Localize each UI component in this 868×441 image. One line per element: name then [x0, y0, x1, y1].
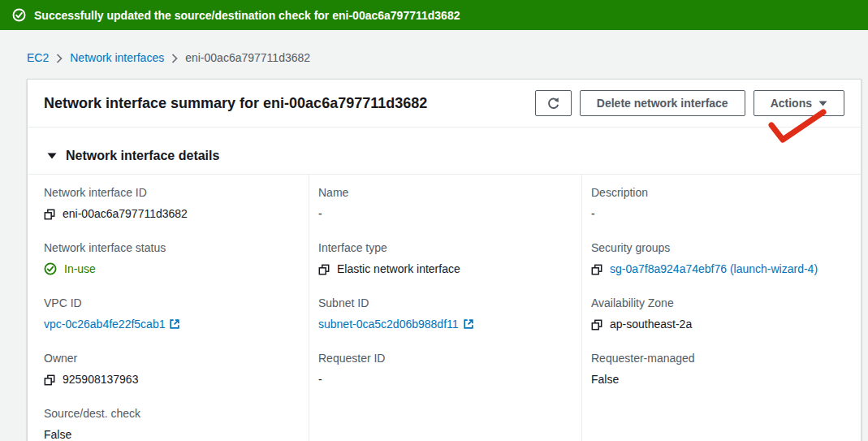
external-link-icon: [169, 318, 180, 330]
field-label: Source/dest. check: [44, 405, 292, 422]
field-subnet-id: Subnet ID subnet-0ca5c2d06b988df11: [318, 295, 565, 332]
success-check-icon: [12, 8, 26, 22]
chevron-right-icon: [171, 54, 178, 63]
field-requester-id: Requester ID -: [318, 350, 565, 387]
field-value: False: [44, 426, 71, 441]
field-source-dest-check: Source/dest. check False: [44, 405, 292, 441]
breadcrumb-current-eni: eni-00ac6a797711d3682: [185, 51, 310, 64]
field-label: Availability Zone: [591, 295, 844, 311]
field-value: -: [318, 371, 322, 387]
field-owner: Owner 925908137963: [44, 350, 292, 387]
refresh-icon: [546, 97, 560, 110]
field-label: Subnet ID: [318, 295, 565, 311]
actions-button-label: Actions: [771, 97, 812, 110]
card-header: Network interface summary for eni-00ac6a…: [28, 80, 861, 128]
field-requester-managed: Requester-managed False: [591, 350, 844, 387]
external-link-icon: [463, 318, 474, 330]
page-content: EC2 Network interfaces eni-00ac6a797711d…: [0, 30, 868, 441]
field-label: Network interface status: [44, 240, 292, 256]
field-label: VPC ID: [44, 295, 292, 311]
copy-icon[interactable]: [44, 209, 55, 220]
success-banner: Successfully updated the source/destinat…: [0, 0, 868, 30]
field-interface-type: Interface type Elastic network interface: [318, 240, 565, 277]
field-label: Description: [591, 184, 844, 201]
collapse-caret-icon: [47, 153, 57, 159]
field-label: Network interface ID: [44, 184, 292, 201]
field-name: Name -: [318, 184, 565, 222]
copy-icon[interactable]: [318, 264, 330, 275]
field-value: 925908137963: [63, 371, 138, 387]
field-value: -: [318, 205, 322, 222]
details-columns: Network interface ID eni-00ac6a797711d36…: [28, 175, 861, 441]
banner-message: Successfully updated the source/destinat…: [34, 9, 460, 22]
chevron-right-icon: [56, 54, 63, 63]
field-value: eni-00ac6a797711d3682: [63, 205, 188, 222]
network-interface-details-toggle[interactable]: Network interface details: [28, 128, 861, 174]
in-use-check-icon: [44, 262, 57, 275]
caret-down-icon: [818, 101, 827, 106]
details-column-2: Name - Interface type El: [309, 175, 581, 441]
network-interface-summary-card: Network interface summary for eni-00ac6a…: [27, 79, 862, 441]
actions-dropdown-button[interactable]: Actions: [754, 90, 844, 116]
details-column-3: Description - Security groups: [581, 175, 861, 441]
delete-button-label: Delete network interface: [597, 97, 728, 110]
field-availability-zone: Availability Zone ap-southeast-2a: [591, 295, 844, 332]
copy-icon[interactable]: [44, 374, 55, 386]
status-badge: In-use: [64, 261, 96, 277]
field-value: ap-southeast-2a: [610, 316, 692, 332]
field-label: Requester-managed: [591, 350, 844, 366]
breadcrumb-network-interfaces[interactable]: Network interfaces: [70, 51, 164, 64]
field-vpc-id: VPC ID vpc-0c26ab4fe22f5cab1: [44, 295, 292, 332]
header-actions: Delete network interface Actions: [535, 90, 844, 116]
field-security-groups: Security groups sg-0a7f8a924a74ebf76 (la…: [591, 240, 844, 277]
field-label: Interface type: [318, 240, 565, 256]
vpc-id-link[interactable]: vpc-0c26ab4fe22f5cab1: [44, 316, 165, 332]
field-label: Requester ID: [318, 350, 565, 366]
field-network-interface-id: Network interface ID eni-00ac6a797711d36…: [44, 184, 292, 222]
details-column-1: Network interface ID eni-00ac6a797711d36…: [28, 175, 309, 441]
field-label: Name: [318, 184, 565, 201]
breadcrumb: EC2 Network interfaces eni-00ac6a797711d…: [27, 30, 862, 79]
copy-icon[interactable]: [591, 264, 602, 275]
page-title: Network interface summary for eni-00ac6a…: [44, 95, 427, 112]
field-value: False: [591, 371, 619, 387]
breadcrumb-ec2[interactable]: EC2: [27, 51, 49, 64]
security-group-link[interactable]: sg-0a7f8a924a74ebf76 (launch-wizard-4): [610, 261, 818, 277]
field-label: Security groups: [591, 240, 844, 256]
field-value: Elastic network interface: [337, 261, 460, 277]
delete-network-interface-button[interactable]: Delete network interface: [580, 90, 745, 116]
field-description: Description -: [591, 184, 844, 222]
section-title: Network interface details: [66, 149, 219, 163]
refresh-button[interactable]: [535, 90, 572, 116]
field-network-interface-status: Network interface status In-use: [44, 240, 292, 277]
copy-icon[interactable]: [591, 319, 602, 331]
field-label: Owner: [44, 350, 292, 366]
subnet-id-link[interactable]: subnet-0ca5c2d06b988df11: [318, 316, 459, 332]
field-value: -: [591, 205, 595, 222]
